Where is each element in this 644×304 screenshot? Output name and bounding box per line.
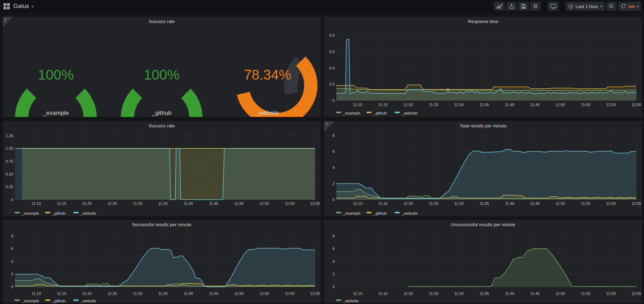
svg-text:12:00: 12:00: [606, 103, 616, 107]
settings-button[interactable]: ⚙: [530, 2, 541, 11]
panel-title[interactable]: Unsuccessful results per minute: [324, 220, 642, 230]
panel-title[interactable]: Successful results per minute: [3, 220, 321, 230]
svg-text:11:50: 11:50: [234, 291, 244, 296]
svg-text:_example: _example: [21, 299, 39, 303]
svg-text:11:25: 11:25: [429, 103, 438, 107]
share-icon: [509, 3, 514, 9]
save-button[interactable]: [518, 2, 529, 11]
panel-info-icon[interactable]: i: [3, 17, 13, 27]
svg-text:_website: _website: [401, 211, 417, 215]
svg-text:11:20: 11:20: [404, 201, 413, 206]
svg-text:11:15: 11:15: [57, 201, 66, 206]
svg-text:11:55: 11:55: [260, 201, 269, 206]
svg-text:11:15: 11:15: [378, 103, 388, 107]
svg-text:0: 0: [11, 285, 13, 289]
panel-title[interactable]: Success rate: [3, 121, 321, 131]
svg-text:_example: _example: [343, 211, 360, 215]
svg-text:11:10: 11:10: [353, 103, 363, 107]
svg-text:11:55: 11:55: [581, 103, 591, 107]
panel-total-results: i Total results per minute 0246811:1011:…: [324, 121, 642, 216]
svg-text:11:20: 11:20: [82, 201, 92, 206]
svg-text:6: 6: [332, 246, 335, 251]
svg-text:11:20: 11:20: [404, 103, 413, 107]
zoom-out-button[interactable]: [606, 2, 617, 11]
svg-text:_website: _website: [80, 299, 96, 303]
gauge-chart-canvas[interactable]: 100%_example100%_github78.34%_website: [3, 27, 321, 117]
line-chart-canvas[interactable]: 00.20.40.60.811:1011:1511:2011:2511:3011…: [324, 27, 642, 117]
svg-text:0.6: 0.6: [329, 50, 335, 54]
svg-text:11:45: 11:45: [530, 201, 540, 206]
line-chart-canvas[interactable]: 0246811:1011:1511:2011:2511:3011:3511:40…: [3, 230, 321, 303]
svg-text:11:30: 11:30: [454, 201, 464, 206]
panel-unsuccessful-results: Unsuccessful results per minute 0246811:…: [324, 220, 642, 303]
svg-text:8: 8: [11, 234, 13, 238]
chevron-down-icon: ▾: [637, 5, 639, 8]
dashboard-grid-icon[interactable]: [3, 3, 10, 9]
svg-text:11:50: 11:50: [556, 201, 565, 206]
add-panel-button[interactable]: [494, 2, 505, 11]
panel-response-time: Response time 00.20.40.60.811:1011:1511:…: [324, 17, 642, 117]
share-button[interactable]: [506, 2, 517, 11]
svg-text:11:30: 11:30: [454, 291, 464, 296]
line-chart-canvas[interactable]: 0246811:1011:1511:2011:2511:3011:3511:40…: [324, 131, 642, 216]
panel-title[interactable]: Response time: [324, 17, 642, 27]
svg-text:11:35: 11:35: [480, 103, 489, 107]
svg-text:11:35: 11:35: [480, 291, 489, 296]
svg-text:12:05: 12:05: [631, 291, 641, 296]
dashboard-title-dropdown[interactable]: Gatus ▾: [13, 3, 34, 10]
svg-text:4: 4: [11, 259, 13, 264]
svg-text:11:55: 11:55: [581, 201, 591, 206]
clock-icon: [568, 4, 573, 9]
svg-text:100%: 100%: [144, 67, 180, 82]
svg-text:1.25: 1.25: [6, 134, 13, 138]
svg-text:11:35: 11:35: [158, 291, 168, 296]
line-chart-canvas[interactable]: 0246811:1011:1511:2011:2511:3011:3511:40…: [324, 230, 642, 303]
svg-text:11:55: 11:55: [581, 291, 591, 296]
refresh-picker[interactable]: 1m ▾: [618, 2, 641, 11]
svg-text:0.75: 0.75: [6, 159, 13, 163]
svg-text:11:25: 11:25: [108, 291, 117, 296]
navbar: Gatus ▾ ⚙: [0, 0, 644, 13]
svg-text:11:10: 11:10: [353, 201, 363, 206]
svg-text:_example: _example: [343, 111, 360, 115]
refresh-interval-label: 1m: [628, 4, 635, 9]
gear-icon: ⚙: [533, 3, 538, 9]
svg-text:11:45: 11:45: [209, 291, 218, 296]
svg-text:2: 2: [332, 181, 335, 186]
panel-title[interactable]: Total results per minute: [324, 121, 642, 131]
svg-text:8: 8: [332, 234, 335, 238]
svg-text:11:55: 11:55: [260, 291, 269, 296]
svg-text:11:45: 11:45: [530, 103, 540, 107]
panel-success-rate-timeseries: Success rate 00.250.500.751.001.2511:101…: [3, 121, 321, 216]
panel-info-icon[interactable]: i: [324, 121, 335, 132]
zoom-out-icon: [609, 3, 614, 9]
svg-text:11:15: 11:15: [378, 291, 388, 296]
line-chart-canvas[interactable]: 00.250.500.751.001.2511:1011:1511:2011:2…: [3, 131, 321, 216]
panel-title[interactable]: Success rate: [3, 17, 321, 27]
svg-text:11:40: 11:40: [184, 201, 193, 206]
svg-text:4: 4: [332, 259, 335, 264]
cycle-view-button[interactable]: [548, 2, 559, 11]
chevron-down-icon: ▾: [600, 5, 602, 8]
svg-text:11:25: 11:25: [108, 201, 117, 206]
svg-text:11:50: 11:50: [556, 103, 565, 107]
panel-successful-results: Successful results per minute 0246811:10…: [3, 220, 321, 303]
svg-text:_website: _website: [80, 211, 96, 215]
svg-text:1.00: 1.00: [6, 146, 13, 150]
svg-text:11:15: 11:15: [57, 291, 66, 296]
svg-text:11:40: 11:40: [505, 291, 514, 296]
svg-text:11:50: 11:50: [234, 201, 244, 206]
svg-text:11:40: 11:40: [184, 291, 193, 296]
svg-text:12:00: 12:00: [285, 291, 295, 296]
svg-text:0.2: 0.2: [329, 82, 335, 86]
svg-text:11:20: 11:20: [404, 291, 413, 296]
svg-text:2: 2: [11, 272, 13, 276]
svg-text:11:45: 11:45: [530, 291, 540, 296]
svg-text:11:45: 11:45: [209, 201, 218, 206]
time-range-picker[interactable]: Last 1 hour ▾: [566, 2, 605, 11]
svg-text:8: 8: [332, 133, 335, 138]
svg-text:11:40: 11:40: [505, 103, 514, 107]
svg-text:0: 0: [332, 98, 335, 103]
svg-text:11:15: 11:15: [378, 201, 388, 206]
svg-text:11:50: 11:50: [556, 291, 565, 296]
